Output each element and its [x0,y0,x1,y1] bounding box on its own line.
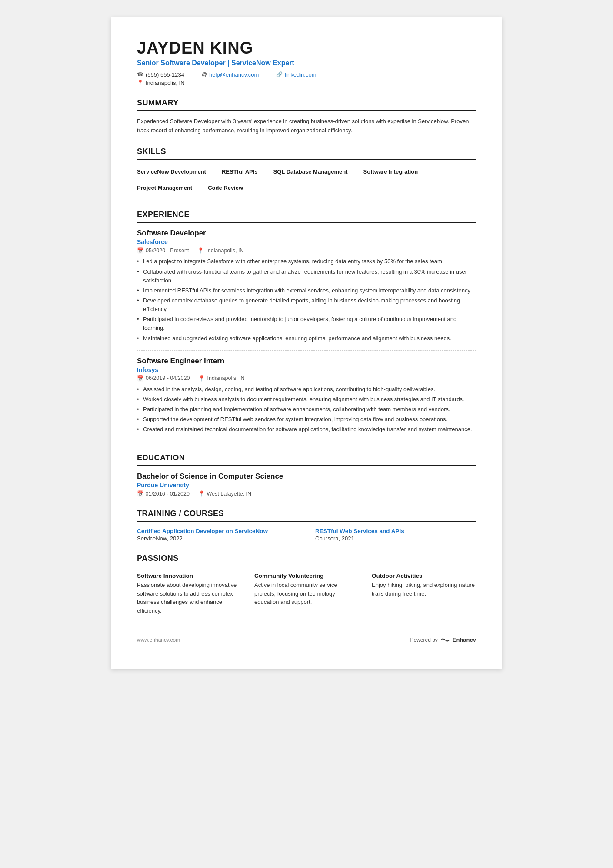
enhancv-logo [440,637,450,643]
email-icon: @ [202,71,207,77]
phone-icon: ☎ [137,71,143,77]
training-item: RESTful Web Services and APIs Coursera, … [315,528,476,542]
calendar-icon: 📅 [137,247,144,254]
training-meta: Coursera, 2021 [315,535,476,542]
job-item: Software Developer Salesforce 📅 05/2020 … [137,229,476,350]
email-address: help@enhancv.com [209,71,259,78]
phone-number: (555) 555-1234 [146,71,184,78]
skill-item: RESTful APIs [222,166,265,178]
edu-date: 📅 01/2016 - 01/2020 [137,490,190,497]
resume-page: JAYDEN KING Senior Software Developer | … [111,17,502,669]
job-date: 📅 05/2020 - Present [137,247,189,254]
skill-item: SQL Database Management [273,166,355,178]
linkedin-contact: 🔗 linkedin.com [276,71,316,78]
company-name: Infosys [137,366,476,373]
job-bullets: Assisted in the analysis, design, coding… [137,385,476,434]
candidate-name: JAYDEN KING [137,39,476,57]
skill-item: ServiceNow Development [137,166,213,178]
summary-title: SUMMARY [137,98,476,111]
location-icon: 📍 [197,247,204,254]
training-section: TRAINING / COURSES Certified Application… [137,509,476,542]
phone-contact: ☎ (555) 555-1234 [137,71,184,78]
bullet-item: Worked closely with business analysts to… [137,395,476,404]
bullet-item: Supported the development of RESTful web… [137,415,476,424]
edu-location: 📍 West Lafayette, IN [198,490,251,497]
experience-title: EXPERIENCE [137,210,476,223]
passion-desc: Enjoy hiking, biking, and exploring natu… [372,581,476,598]
edu-meta: 📅 01/2016 - 01/2020 📍 West Lafayette, IN [137,490,476,497]
bullet-item: Created and maintained technical documen… [137,425,476,434]
passion-item: Outdoor Activities Enjoy hiking, biking,… [372,573,476,615]
bullet-item: Collaborated with cross-functional teams… [137,268,476,285]
linkedin-url: linkedin.com [285,71,316,78]
job-meta: 📅 06/2019 - 04/2020 📍 Indianapolis, IN [137,375,476,382]
passions-section: PASSIONS Software Innovation Passionate … [137,554,476,615]
email-contact: @ help@enhancv.com [202,71,259,78]
location-icon: 📍 [198,375,205,382]
summary-text: Experienced Software Developer with 3 ye… [137,117,476,135]
skills-section: SKILLS ServiceNow Development RESTful AP… [137,147,476,198]
job-item: Software Engineer Intern Infosys 📅 06/20… [137,357,476,442]
edu-school: Purdue University [137,482,476,489]
footer-website: www.enhancv.com [137,637,180,643]
training-item: Certified Application Developer on Servi… [137,528,298,542]
powered-by-label: Powered by [410,637,437,643]
bullet-item: Participated in the planning and impleme… [137,405,476,414]
passions-grid: Software Innovation Passionate about dev… [137,573,476,615]
location-icon: 📍 [137,80,143,86]
bullet-item: Led a project to integrate Salesforce wi… [137,257,476,266]
passion-desc: Passionate about developing innovative s… [137,581,241,615]
skills-grid: ServiceNow Development RESTful APIs SQL … [137,166,476,198]
job-date: 📅 06/2019 - 04/2020 [137,375,190,382]
linkedin-icon: 🔗 [276,71,283,77]
bullet-item: Developed complex database queries to ge… [137,296,476,314]
training-title: TRAINING / COURSES [137,509,476,522]
edu-degree: Bachelor of Science in Computer Science [137,472,476,481]
company-name: Salesforce [137,238,476,245]
passion-title: Software Innovation [137,573,241,579]
job-location: 📍 Indianapolis, IN [197,247,243,254]
passion-desc: Active in local community service projec… [254,581,359,607]
job-bullets: Led a project to integrate Salesforce wi… [137,257,476,342]
skill-item: Project Management [137,182,199,194]
location-row: 📍 Indianapolis, IN [137,80,476,86]
header: JAYDEN KING Senior Software Developer | … [137,39,476,86]
training-name: Certified Application Developer on Servi… [137,528,298,534]
bullet-item: Assisted in the analysis, design, coding… [137,385,476,394]
job-title: Software Engineer Intern [137,357,476,365]
bullet-item: Maintained and upgraded existing softwar… [137,334,476,343]
skill-item: Software Integration [363,166,425,178]
footer-brand: Powered by Enhancv [410,637,476,643]
training-grid: Certified Application Developer on Servi… [137,528,476,542]
location-text: Indianapolis, IN [146,80,185,86]
contact-row: ☎ (555) 555-1234 @ help@enhancv.com 🔗 li… [137,71,476,78]
bullet-item: Implemented RESTful APIs for seamless in… [137,286,476,295]
brand-name: Enhancv [453,637,476,643]
candidate-title: Senior Software Developer | ServiceNow E… [137,59,476,67]
education-title: EDUCATION [137,453,476,466]
bullet-item: Participated in code reviews and provide… [137,315,476,332]
job-meta: 📅 05/2020 - Present 📍 Indianapolis, IN [137,247,476,254]
summary-section: SUMMARY Experienced Software Developer w… [137,98,476,135]
resume-footer: www.enhancv.com Powered by Enhancv [137,637,476,643]
passion-title: Community Volunteering [254,573,359,579]
passion-item: Community Volunteering Active in local c… [254,573,359,615]
passions-title: PASSIONS [137,554,476,566]
calendar-icon: 📅 [137,491,144,497]
job-title: Software Developer [137,229,476,238]
calendar-icon: 📅 [137,375,144,382]
skill-item: Code Review [208,182,250,194]
education-section: EDUCATION Bachelor of Science in Compute… [137,453,476,497]
training-meta: ServiceNow, 2022 [137,535,298,542]
experience-section: EXPERIENCE Software Developer Salesforce… [137,210,476,441]
job-location: 📍 Indianapolis, IN [198,375,244,382]
skills-title: SKILLS [137,147,476,160]
passion-item: Software Innovation Passionate about dev… [137,573,241,615]
training-name: RESTful Web Services and APIs [315,528,476,534]
passion-title: Outdoor Activities [372,573,476,579]
location-icon: 📍 [198,491,205,497]
